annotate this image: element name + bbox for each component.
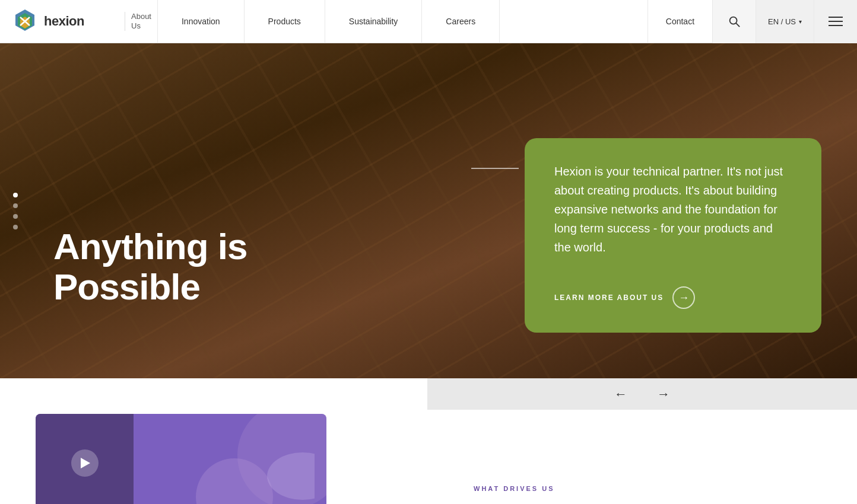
logo-text: hexion [44,14,84,29]
info-card-text: Hexion is your technical partner. It's n… [554,162,792,257]
main-nav: Innovation Products Sustainability Caree… [157,0,647,43]
play-icon [81,458,90,468]
nav-item-sustainability[interactable]: Sustainability [325,0,423,43]
header-right: Contact EN / US ▾ [647,0,857,43]
learn-more-label: LEARN MORE ABOUT US [554,294,664,302]
contact-link[interactable]: Contact [647,0,712,43]
video-play-area[interactable] [36,414,134,504]
hero-section: Anything is Possible Hexion is your tech… [0,43,857,378]
bottom-left [0,378,426,504]
slide-dot-2[interactable] [13,203,18,208]
nav-item-careers[interactable]: Careers [422,0,500,43]
prev-slide-button[interactable]: ← [614,387,627,402]
about-us-label[interactable]: About Us [125,12,157,30]
language-selector[interactable]: EN / US ▾ [756,0,814,43]
header: hexion About Us Innovation Products Sust… [0,0,857,43]
slide-dots [13,193,18,229]
hamburger-icon [829,17,843,26]
learn-more-button[interactable]: LEARN MORE ABOUT US → [554,286,792,309]
hexion-logo-icon [12,8,38,34]
svg-point-5 [730,17,737,24]
arrow-right-icon: → [657,387,670,402]
video-thumbnail[interactable] [36,414,326,504]
play-button[interactable] [71,449,99,477]
slide-dot-4[interactable] [13,225,18,229]
arrow-left-icon: ← [614,387,627,402]
search-icon [728,15,741,28]
nav-item-innovation[interactable]: Innovation [157,0,245,43]
search-button[interactable] [712,0,756,43]
chevron-down-icon: ▾ [799,18,802,25]
logo-area: hexion [0,8,125,34]
video-decorations [131,414,326,504]
what-drives-label: WHAT DRIVES US [474,485,821,492]
hero-headline: Anything is Possible [53,227,247,307]
slide-navigation: ← → [427,378,857,410]
hero-headline-line1: Anything is [53,227,247,267]
lang-label: EN / US [768,17,796,26]
nav-item-products[interactable]: Products [245,0,325,43]
info-card: Hexion is your technical partner. It's n… [525,138,821,333]
slide-dot-1[interactable] [13,193,18,197]
arrow-right-icon: → [672,286,695,309]
info-card-dash-decoration [471,168,519,169]
svg-line-6 [736,23,739,27]
hamburger-menu-button[interactable] [814,0,857,43]
slide-dot-3[interactable] [13,214,18,219]
next-slide-button[interactable]: → [657,387,670,402]
hero-headline-line2: Possible [53,267,247,307]
bottom-area: ← → WHAT DRIVES US [0,378,857,504]
